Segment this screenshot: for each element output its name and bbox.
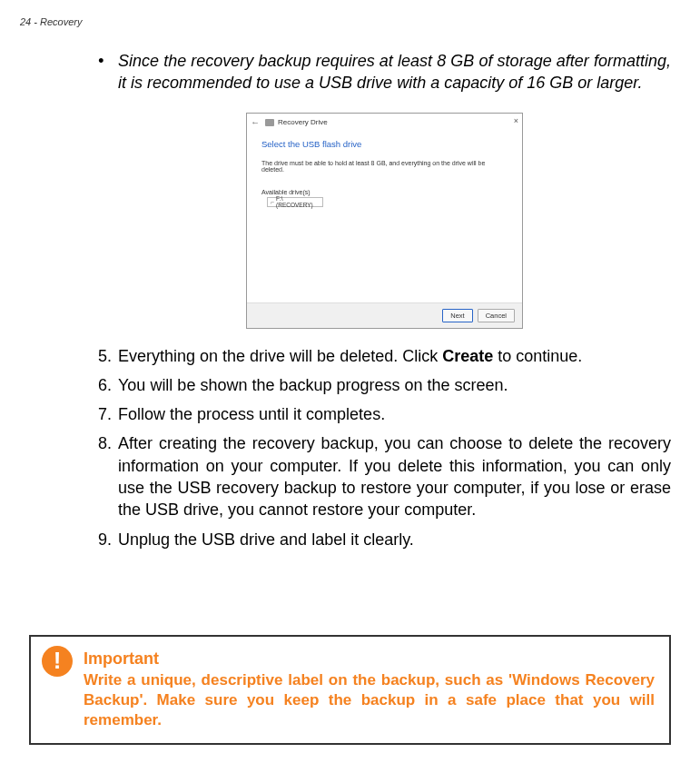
back-arrow-icon[interactable]: ←: [251, 117, 260, 127]
page-header: 24 - Recovery: [0, 0, 700, 27]
step-text: After creating the recovery backup, you …: [118, 432, 671, 520]
step-text: You will be shown the backup progress on…: [118, 374, 671, 396]
important-heading: Important: [84, 649, 655, 669]
step-number: 5.: [98, 345, 118, 367]
recovery-drive-dialog: ← Recovery Drive × Select the USB flash …: [246, 113, 523, 329]
step-9: 9. Unplug the USB drive and label it cle…: [98, 529, 671, 550]
next-button[interactable]: Next: [442, 309, 472, 322]
step-5-prefix: Everything on the drive will be deleted.…: [118, 347, 442, 365]
bullet-item: • Since the recovery backup requires at …: [98, 50, 671, 94]
drive-list-item[interactable]: F:\ (RECOVERY): [276, 195, 320, 208]
step-8: 8. After creating the recovery backup, y…: [98, 432, 671, 520]
important-callout: ! Important Write a unique, descriptive …: [29, 635, 671, 745]
step-5-suffix: to continue.: [493, 347, 582, 365]
step-number: 8.: [98, 432, 118, 520]
bullet-text: Since the recovery backup requires at le…: [118, 50, 671, 94]
drive-list[interactable]: ⌐ F:\ (RECOVERY): [267, 197, 323, 207]
important-text: Write a unique, descriptive label on the…: [84, 670, 655, 730]
step-number: 9.: [98, 529, 118, 550]
step-number: 7.: [98, 403, 118, 425]
tree-icon: ⌐: [271, 199, 274, 205]
step-text: Unplug the USB drive and label it clearl…: [118, 529, 671, 550]
cancel-button[interactable]: Cancel: [478, 309, 515, 322]
dialog-instruction: The drive must be able to hold at least …: [261, 160, 508, 173]
step-5-bold: Create: [442, 347, 493, 365]
step-7: 7. Follow the process until it completes…: [98, 403, 671, 425]
available-drives-label: Available drive(s): [261, 189, 508, 195]
drive-icon: [265, 119, 274, 126]
bullet-dot: •: [98, 50, 118, 94]
step-text: Everything on the drive will be deleted.…: [118, 345, 671, 367]
dialog-titlebar: ← Recovery Drive ×: [247, 114, 522, 132]
step-5: 5. Everything on the drive will be delet…: [98, 345, 671, 367]
dialog-screenshot-container: ← Recovery Drive × Select the USB flash …: [98, 113, 671, 329]
close-icon[interactable]: ×: [514, 116, 518, 125]
dialog-heading: Select the USB flash drive: [261, 139, 508, 149]
dialog-title: Recovery Drive: [278, 118, 328, 126]
step-text: Follow the process until it completes.: [118, 403, 671, 425]
main-content: • Since the recovery backup requires at …: [0, 27, 700, 550]
step-number: 6.: [98, 374, 118, 396]
exclamation-icon: !: [42, 646, 73, 677]
dialog-body: Select the USB flash drive The drive mus…: [247, 132, 522, 207]
dialog-footer: Next Cancel: [247, 302, 522, 328]
step-6: 6. You will be shown the backup progress…: [98, 374, 671, 396]
